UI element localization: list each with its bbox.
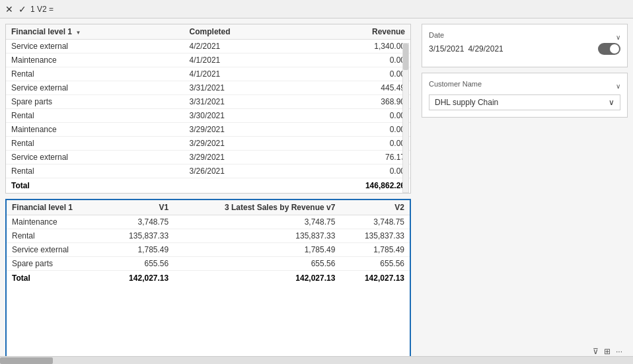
bottom-col-v2[interactable]: V2	[340, 200, 410, 215]
table-row: Service external 4/2/2021 1,340.00	[6, 40, 410, 54]
formula-text: 1 V2 =	[30, 5, 54, 14]
cell-v1: 1,785.49	[105, 243, 174, 257]
bottom-col-v1[interactable]: V1	[105, 200, 174, 215]
more-icon[interactable]: ···	[616, 347, 622, 356]
table-row: Rental 3/29/2021 0.00	[6, 137, 410, 151]
top-table-footer-label: Total	[6, 178, 299, 194]
cell-completed: 3/31/2021	[184, 95, 299, 109]
customer-value-chevron-icon: ∨	[609, 98, 614, 107]
bottom-scrollbar[interactable]	[0, 356, 633, 364]
left-panel: Financial level 1 ▼ Completed Revenue Se…	[0, 18, 416, 364]
date-start: 3/15/2021	[429, 44, 464, 54]
cell-v7: 3,748.75	[174, 215, 340, 229]
cell-v2: 655.56	[340, 257, 410, 271]
table-row: Rental 3/26/2021 0.00	[6, 164, 410, 178]
main-content: Financial level 1 ▼ Completed Revenue Se…	[0, 18, 633, 364]
cell-revenue: 368.90	[299, 95, 410, 109]
right-panel: Date ∨ 3/15/2021 4/29/2021 Customer Name…	[416, 18, 633, 364]
top-table-panel: Financial level 1 ▼ Completed Revenue Se…	[5, 24, 411, 194]
cell-completed: 3/29/2021	[184, 137, 299, 151]
bottom-col-latest-sales[interactable]: 3 Latest Sales by Revenue v7	[174, 200, 340, 215]
cell-financial: Rental	[6, 109, 184, 123]
cell-financial: Maintenance	[7, 215, 105, 229]
cell-v7: 135,837.33	[174, 229, 340, 243]
cell-financial: Rental	[6, 164, 184, 178]
cell-completed: 4/2/2021	[184, 40, 299, 54]
customer-filter-header[interactable]: Customer Name ∨	[429, 80, 620, 92]
toggle-knob	[610, 44, 619, 54]
cell-revenue: 76.17	[299, 151, 410, 164]
table-row: Spare parts 655.56 655.56 655.56	[7, 257, 410, 271]
cell-completed: 3/30/2021	[184, 109, 299, 123]
cell-v2: 135,837.33	[340, 229, 410, 243]
date-filter-card: Date ∨ 3/15/2021 4/29/2021	[422, 24, 628, 67]
bottom-table: Financial level 1 V1 3 Latest Sales by R…	[7, 200, 410, 285]
cell-completed: 3/29/2021	[184, 151, 299, 164]
cell-revenue: 0.00	[299, 54, 410, 67]
table-row: Maintenance 3,748.75 3,748.75 3,748.75	[7, 215, 410, 229]
cell-financial: Rental	[7, 229, 105, 243]
cell-financial: Rental	[6, 137, 184, 151]
check-icon[interactable]: ✓	[17, 4, 28, 15]
cell-revenue: 445.49	[299, 81, 410, 95]
cell-revenue: 0.00	[299, 67, 410, 81]
cell-financial: Service external	[7, 243, 105, 257]
date-end: 4/29/2021	[468, 44, 503, 54]
bottom-footer-v1: 142,027.13	[105, 271, 174, 286]
table-row: Rental 4/1/2021 0.00	[6, 67, 410, 81]
table-row: Maintenance 4/1/2021 0.00	[6, 54, 410, 67]
cell-v7: 1,785.49	[174, 243, 340, 257]
scroll-indicator[interactable]	[402, 43, 409, 193]
customer-filter-card: Customer Name ∨ DHL supply Chain ∨	[422, 73, 628, 118]
cell-revenue: 1,340.00	[299, 40, 410, 54]
customer-dropdown[interactable]: DHL supply Chain ∨	[429, 94, 620, 110]
cell-financial: Service external	[6, 81, 184, 95]
cell-financial: Maintenance	[6, 54, 184, 67]
table-row: Service external 3/29/2021 76.17	[6, 151, 410, 164]
bottom-col-financial-level[interactable]: Financial level 1	[7, 200, 105, 215]
cell-revenue: 0.00	[299, 137, 410, 151]
col-dropdown-icon[interactable]: ▼	[75, 30, 81, 36]
cell-financial: Spare parts	[7, 257, 105, 271]
cell-v2: 1,785.49	[340, 243, 410, 257]
cell-financial: Rental	[6, 67, 184, 81]
table-icon[interactable]: ⊞	[604, 347, 611, 356]
date-filter-header[interactable]: Date ∨	[429, 31, 620, 43]
col-revenue[interactable]: Revenue	[299, 24, 410, 40]
filter-icon[interactable]: ⊽	[593, 347, 599, 356]
date-row: 3/15/2021 4/29/2021	[429, 43, 620, 55]
cell-revenue: 0.00	[299, 164, 410, 178]
cell-financial: Spare parts	[6, 95, 184, 109]
toggle-switch[interactable]	[598, 43, 620, 55]
cell-v2: 3,748.75	[340, 215, 410, 229]
close-icon[interactable]: ✕	[4, 4, 15, 15]
customer-selected-value: DHL supply Chain	[435, 98, 498, 107]
table-row: Maintenance 3/29/2021 0.00	[6, 123, 410, 137]
cell-financial: Service external	[6, 151, 184, 164]
cell-revenue: 0.00	[299, 109, 410, 123]
cell-v7: 655.56	[174, 257, 340, 271]
table-row: Rental 3/30/2021 0.00	[6, 109, 410, 123]
cell-completed: 3/26/2021	[184, 164, 299, 178]
cell-v1: 655.56	[105, 257, 174, 271]
cell-financial: Service external	[6, 40, 184, 54]
top-table: Financial level 1 ▼ Completed Revenue Se…	[6, 24, 410, 193]
date-chevron-icon[interactable]: ∨	[616, 34, 620, 41]
h-scroll-thumb	[0, 357, 53, 364]
scroll-thumb	[403, 44, 408, 70]
customer-chevron-icon[interactable]: ∨	[616, 83, 620, 90]
bottom-footer-v7: 142,027.13	[174, 271, 340, 286]
col-completed[interactable]: Completed	[184, 24, 299, 40]
cell-completed: 4/1/2021	[184, 54, 299, 67]
cell-v1: 135,837.33	[105, 229, 174, 243]
cell-v1: 3,748.75	[105, 215, 174, 229]
cell-revenue: 0.00	[299, 123, 410, 137]
table-row: Service external 3/31/2021 445.49	[6, 81, 410, 95]
col-financial-level[interactable]: Financial level 1 ▼	[6, 24, 184, 40]
bottom-footer-label: Total	[7, 271, 105, 286]
cell-completed: 3/29/2021	[184, 123, 299, 137]
bottom-table-panel: Financial level 1 V1 3 Latest Sales by R…	[5, 199, 411, 359]
toggle-oval	[598, 43, 620, 55]
cell-financial: Maintenance	[6, 123, 184, 137]
bottom-footer-v2: 142,027.13	[340, 271, 410, 286]
